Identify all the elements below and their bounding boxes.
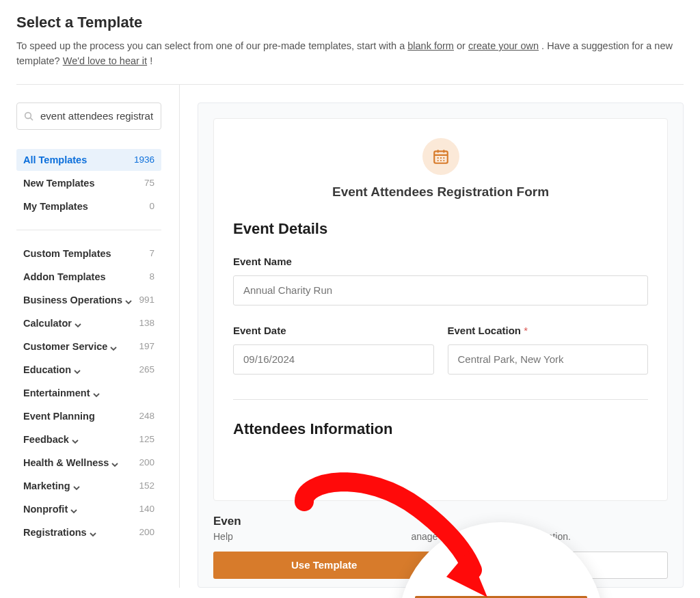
sidebar-item-count: 248	[139, 411, 154, 421]
sidebar-item-business-operations[interactable]: Business Operations991	[16, 289, 161, 311]
template-preview: Event Attendees Registration Form Event …	[213, 118, 668, 501]
desc-text: !	[150, 55, 152, 66]
sidebar-item-count: 200	[139, 527, 154, 537]
sidebar-item-label: Addon Templates	[23, 271, 106, 282]
sidebar-item-label: Calculator	[23, 318, 72, 329]
blank-form-link[interactable]: blank form	[407, 40, 454, 51]
sidebar-item-entertainment[interactable]: Entertainment	[16, 382, 161, 404]
sidebar-item-label: Business Operations	[23, 295, 122, 305]
chevron-down-icon	[93, 390, 100, 396]
sidebar: All Templates1936New Templates75My Templ…	[16, 85, 179, 588]
svg-point-7	[440, 157, 441, 159]
svg-point-11	[443, 160, 444, 161]
sidebar-item-all-templates[interactable]: All Templates1936	[16, 149, 161, 171]
svg-point-8	[443, 157, 444, 159]
chevron-down-icon	[111, 459, 118, 466]
sidebar-item-marketing[interactable]: Marketing152	[16, 475, 161, 497]
chevron-down-icon	[70, 506, 77, 513]
suggestion-link[interactable]: We'd love to hear it	[63, 55, 147, 66]
main-content: Event Attendees Registration Form Event …	[179, 85, 684, 588]
sidebar-item-count: 1936	[134, 154, 154, 165]
section-heading-event-details: Event Details	[233, 220, 648, 238]
template-name: Even	[213, 515, 668, 528]
sidebar-item-new-templates[interactable]: New Templates75	[16, 172, 161, 194]
sidebar-item-count: 75	[144, 178, 154, 188]
event-date-label: Event Date	[233, 325, 434, 336]
chevron-down-icon	[125, 297, 132, 303]
sidebar-item-count: 152	[139, 480, 154, 491]
sidebar-item-label: Education	[23, 364, 71, 375]
sidebar-item-label: All Templates	[23, 154, 87, 165]
template-card: Event Attendees Registration Form Event …	[198, 103, 684, 588]
sidebar-item-count: 197	[139, 341, 154, 351]
sidebar-item-count: 265	[139, 364, 154, 375]
page-description: To speed up the process you can select f…	[16, 38, 673, 69]
event-location-label: Event Location *	[448, 325, 649, 336]
sidebar-item-count: 8	[149, 271, 154, 282]
chevron-down-icon	[73, 483, 80, 489]
preview-form-title: Event Attendees Registration Form	[233, 185, 648, 200]
event-name-label: Event Name	[233, 256, 648, 267]
sidebar-item-nonprofit[interactable]: Nonprofit140	[16, 498, 161, 520]
preview-divider	[233, 399, 648, 400]
sidebar-item-count: 7	[149, 248, 154, 258]
sidebar-item-label: My Templates	[23, 201, 88, 212]
sidebar-item-label: Nonprofit	[23, 504, 68, 515]
sidebar-item-label: Event Planning	[23, 411, 95, 422]
sidebar-item-count: 200	[139, 457, 154, 467]
chevron-down-icon	[90, 529, 96, 536]
sidebar-item-count: 991	[139, 295, 154, 305]
svg-point-6	[437, 157, 438, 159]
sidebar-item-education[interactable]: Education265	[16, 359, 161, 381]
event-name-field	[233, 275, 648, 305]
sidebar-item-event-planning[interactable]: Event Planning248	[16, 405, 161, 427]
svg-point-9	[437, 160, 438, 161]
svg-point-10	[440, 160, 441, 161]
chevron-down-icon	[75, 320, 81, 327]
search-icon	[23, 111, 34, 122]
desc-text: To speed up the process you can select f…	[16, 40, 407, 51]
sidebar-item-calculator[interactable]: Calculator138	[16, 312, 161, 334]
create-your-own-link[interactable]: create your own	[468, 40, 539, 51]
sidebar-item-label: Custom Templates	[23, 248, 111, 259]
sidebar-item-registrations[interactable]: Registrations200	[16, 521, 161, 543]
sidebar-item-feedback[interactable]: Feedback125	[16, 429, 161, 450]
sidebar-item-customer-service[interactable]: Customer Service197	[16, 336, 161, 357]
chevron-down-icon	[72, 436, 79, 443]
section-heading-attendees: Attendees Information	[233, 420, 648, 438]
sidebar-item-label: Customer Service	[23, 341, 107, 352]
sidebar-item-my-templates[interactable]: My Templates0	[16, 195, 161, 217]
sidebar-item-label: Feedback	[23, 434, 69, 445]
calendar-icon	[422, 138, 459, 175]
sidebar-item-health-wellness[interactable]: Health & Wellness200	[16, 452, 161, 474]
desc-text: or	[457, 40, 468, 51]
sidebar-item-count: 0	[149, 201, 154, 211]
sidebar-item-custom-templates[interactable]: Custom Templates7	[16, 243, 161, 264]
view-demo-button[interactable]: View Demo	[445, 552, 669, 579]
event-location-field	[448, 344, 649, 375]
sidebar-item-label: Marketing	[23, 480, 70, 491]
svg-point-0	[25, 113, 31, 119]
sidebar-separator	[16, 230, 161, 230]
page-title: Select a Template	[16, 14, 684, 31]
sidebar-item-label: New Templates	[23, 178, 95, 189]
template-description: Help anage multiple attendees informatio…	[213, 531, 668, 542]
sidebar-item-count: 138	[139, 318, 154, 328]
sidebar-item-count: 140	[139, 504, 154, 514]
event-date-field	[233, 344, 434, 375]
chevron-down-icon	[110, 343, 117, 350]
use-template-button[interactable]: Use Template	[213, 552, 435, 579]
sidebar-item-label: Registrations	[23, 527, 87, 538]
sidebar-item-addon-templates[interactable]: Addon Templates8	[16, 266, 161, 288]
sidebar-item-label: Health & Wellness	[23, 457, 109, 468]
sidebar-item-label: Entertainment	[23, 388, 90, 398]
chevron-down-icon	[74, 366, 81, 373]
sidebar-item-count: 125	[139, 434, 154, 444]
search-input[interactable]	[16, 103, 161, 130]
svg-line-1	[30, 118, 33, 120]
